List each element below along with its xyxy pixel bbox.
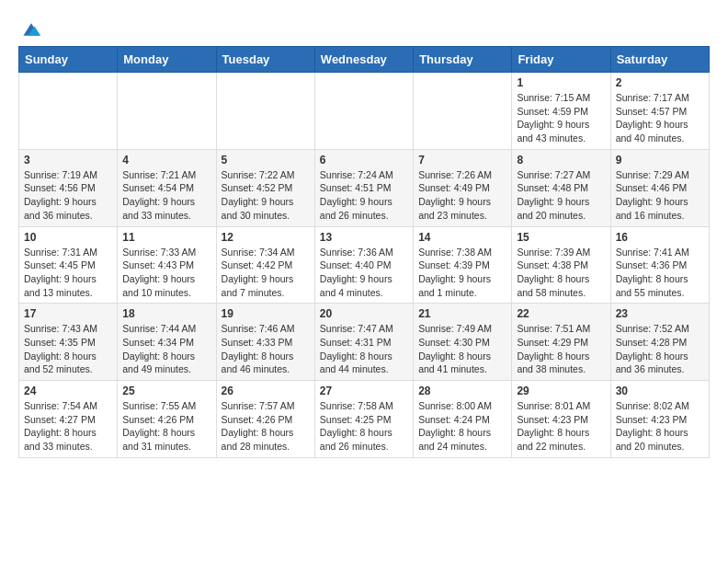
day-info: Sunrise: 7:33 AM Sunset: 4:43 PM Dayligh… [122,246,210,300]
calendar-cell: 5Sunrise: 7:22 AM Sunset: 4:52 PM Daylig… [216,149,314,226]
day-number: 22 [517,307,605,320]
day-number: 1 [517,76,605,89]
calendar-cell: 11Sunrise: 7:33 AM Sunset: 4:43 PM Dayli… [118,226,216,304]
day-info: Sunrise: 7:38 AM Sunset: 4:39 PM Dayligh… [418,246,506,300]
weekday-header-sunday: Sunday [19,47,118,73]
calendar-week-row: 24Sunrise: 7:54 AM Sunset: 4:27 PM Dayli… [19,381,710,458]
day-info: Sunrise: 7:43 AM Sunset: 4:35 PM Dayligh… [24,322,112,376]
day-number: 20 [320,307,408,320]
calendar-cell: 1Sunrise: 7:15 AM Sunset: 4:59 PM Daylig… [512,73,610,150]
calendar-cell: 8Sunrise: 7:27 AM Sunset: 4:48 PM Daylig… [512,149,610,226]
calendar-header-row: SundayMondayTuesdayWednesdayThursdayFrid… [19,47,710,73]
day-info: Sunrise: 7:36 AM Sunset: 4:40 PM Dayligh… [320,246,408,300]
day-info: Sunrise: 7:52 AM Sunset: 4:28 PM Dayligh… [616,322,704,376]
day-info: Sunrise: 7:49 AM Sunset: 4:30 PM Dayligh… [418,322,506,376]
calendar-cell: 24Sunrise: 7:54 AM Sunset: 4:27 PM Dayli… [19,381,118,458]
day-info: Sunrise: 7:17 AM Sunset: 4:57 PM Dayligh… [616,91,704,145]
calendar-cell: 2Sunrise: 7:17 AM Sunset: 4:57 PM Daylig… [610,73,709,150]
weekday-header-monday: Monday [118,47,216,73]
day-number: 26 [222,385,310,397]
calendar-cell [216,73,314,150]
day-info: Sunrise: 7:39 AM Sunset: 4:38 PM Dayligh… [517,246,605,300]
day-info: Sunrise: 8:01 AM Sunset: 4:23 PM Dayligh… [517,399,605,454]
day-number: 30 [616,385,704,397]
day-info: Sunrise: 7:26 AM Sunset: 4:49 PM Dayligh… [418,168,506,223]
day-info: Sunrise: 7:58 AM Sunset: 4:25 PM Dayligh… [320,399,408,454]
day-number: 25 [122,385,210,397]
day-info: Sunrise: 7:44 AM Sunset: 4:34 PM Dayligh… [122,322,210,376]
page-header [18,18,710,37]
day-number: 21 [418,307,506,320]
calendar-cell: 20Sunrise: 7:47 AM Sunset: 4:31 PM Dayli… [314,304,413,381]
day-number: 27 [320,385,408,397]
day-info: Sunrise: 7:47 AM Sunset: 4:31 PM Dayligh… [320,322,408,376]
day-number: 18 [122,307,210,320]
calendar-cell: 12Sunrise: 7:34 AM Sunset: 4:42 PM Dayli… [216,226,314,304]
calendar-cell: 14Sunrise: 7:38 AM Sunset: 4:39 PM Dayli… [414,226,512,304]
day-number: 8 [517,154,605,167]
day-info: Sunrise: 7:19 AM Sunset: 4:56 PM Dayligh… [24,168,112,223]
day-info: Sunrise: 7:57 AM Sunset: 4:26 PM Dayligh… [222,399,310,454]
day-info: Sunrise: 7:15 AM Sunset: 4:59 PM Dayligh… [517,91,605,145]
day-info: Sunrise: 7:41 AM Sunset: 4:36 PM Dayligh… [616,246,704,300]
weekday-header-wednesday: Wednesday [314,47,413,73]
calendar-cell: 27Sunrise: 7:58 AM Sunset: 4:25 PM Dayli… [314,381,413,458]
day-number: 16 [616,231,704,244]
calendar-cell: 25Sunrise: 7:55 AM Sunset: 4:26 PM Dayli… [118,381,216,458]
day-info: Sunrise: 7:46 AM Sunset: 4:33 PM Dayligh… [222,322,310,376]
day-number: 13 [320,231,408,244]
day-info: Sunrise: 7:21 AM Sunset: 4:54 PM Dayligh… [122,168,210,223]
day-number: 15 [517,231,605,244]
day-info: Sunrise: 7:31 AM Sunset: 4:45 PM Dayligh… [24,246,112,300]
weekday-header-tuesday: Tuesday [216,47,314,73]
calendar-cell [414,73,512,150]
calendar-week-row: 1Sunrise: 7:15 AM Sunset: 4:59 PM Daylig… [19,73,710,150]
day-number: 10 [24,231,112,244]
day-number: 23 [616,307,704,320]
calendar-cell: 17Sunrise: 7:43 AM Sunset: 4:35 PM Dayli… [19,304,118,381]
day-info: Sunrise: 7:29 AM Sunset: 4:46 PM Dayligh… [616,168,704,223]
calendar-cell: 22Sunrise: 7:51 AM Sunset: 4:29 PM Dayli… [512,304,610,381]
calendar-table: SundayMondayTuesdayWednesdayThursdayFrid… [18,46,710,458]
day-number: 24 [24,385,112,397]
calendar-cell: 29Sunrise: 8:01 AM Sunset: 4:23 PM Dayli… [512,381,610,458]
weekday-header-friday: Friday [512,47,610,73]
day-number: 19 [222,307,310,320]
day-number: 3 [24,154,112,167]
day-number: 17 [24,307,112,320]
weekday-header-thursday: Thursday [414,47,512,73]
day-info: Sunrise: 8:02 AM Sunset: 4:23 PM Dayligh… [616,399,704,454]
day-number: 14 [418,231,506,244]
day-number: 2 [616,76,704,89]
day-number: 12 [222,231,310,244]
calendar-cell: 7Sunrise: 7:26 AM Sunset: 4:49 PM Daylig… [414,149,512,226]
calendar-cell: 4Sunrise: 7:21 AM Sunset: 4:54 PM Daylig… [118,149,216,226]
day-info: Sunrise: 8:00 AM Sunset: 4:24 PM Dayligh… [418,399,506,454]
calendar-cell: 6Sunrise: 7:24 AM Sunset: 4:51 PM Daylig… [314,149,413,226]
calendar-cell: 30Sunrise: 8:02 AM Sunset: 4:23 PM Dayli… [610,381,709,458]
day-number: 11 [122,231,210,244]
day-number: 28 [418,385,506,397]
weekday-header-saturday: Saturday [610,47,709,73]
day-number: 5 [222,154,310,167]
logo-icon [20,18,42,40]
calendar-cell: 28Sunrise: 8:00 AM Sunset: 4:24 PM Dayli… [414,381,512,458]
day-info: Sunrise: 7:51 AM Sunset: 4:29 PM Dayligh… [517,322,605,376]
day-info: Sunrise: 7:34 AM Sunset: 4:42 PM Dayligh… [222,246,310,300]
calendar-cell [118,73,216,150]
calendar-cell: 9Sunrise: 7:29 AM Sunset: 4:46 PM Daylig… [610,149,709,226]
calendar-cell [314,73,413,150]
calendar-cell [19,73,118,150]
calendar-cell: 26Sunrise: 7:57 AM Sunset: 4:26 PM Dayli… [216,381,314,458]
calendar-week-row: 10Sunrise: 7:31 AM Sunset: 4:45 PM Dayli… [19,226,710,304]
day-number: 4 [122,154,210,167]
calendar-week-row: 3Sunrise: 7:19 AM Sunset: 4:56 PM Daylig… [19,149,710,226]
day-number: 7 [418,154,506,167]
day-number: 29 [517,385,605,397]
calendar-cell: 18Sunrise: 7:44 AM Sunset: 4:34 PM Dayli… [118,304,216,381]
day-info: Sunrise: 7:22 AM Sunset: 4:52 PM Dayligh… [222,168,310,223]
day-info: Sunrise: 7:55 AM Sunset: 4:26 PM Dayligh… [122,399,210,454]
calendar-cell: 13Sunrise: 7:36 AM Sunset: 4:40 PM Dayli… [314,226,413,304]
calendar-cell: 16Sunrise: 7:41 AM Sunset: 4:36 PM Dayli… [610,226,709,304]
logo [18,18,42,37]
